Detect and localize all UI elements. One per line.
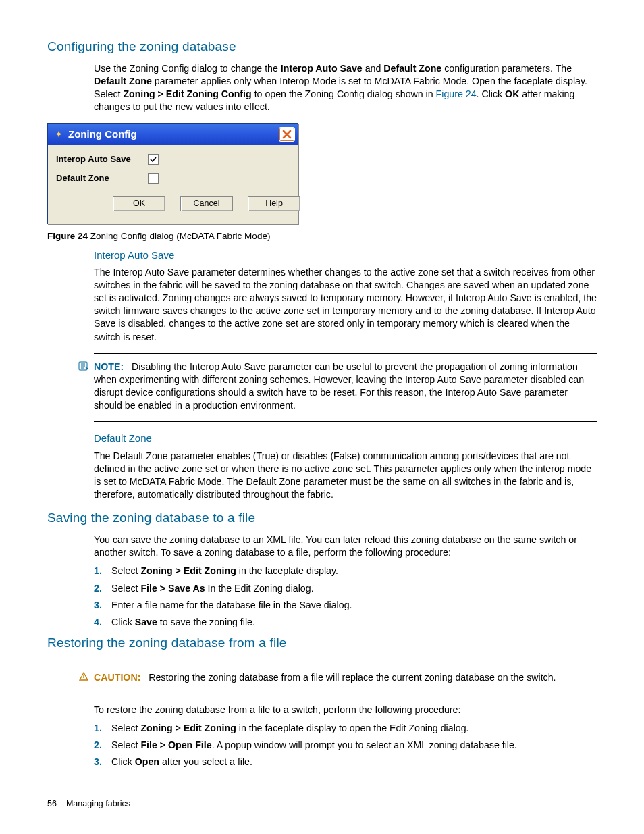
text: Enter a file name for the database file … (111, 600, 352, 610)
svg-point-2 (83, 678, 84, 679)
note-body: Disabling the Interop Auto Save paramete… (94, 361, 584, 411)
text-bold: File > Save As (140, 583, 205, 594)
close-icon (282, 130, 292, 139)
list-item: 3.Enter a file name for the database fil… (94, 599, 597, 612)
text: . Click (477, 88, 506, 99)
text: Select (111, 583, 140, 594)
heading-default-zone: Default Zone (94, 432, 597, 445)
text: in the faceplate display. (236, 565, 338, 576)
list-item: 1.Select Zoning > Edit Zoning in the fac… (94, 565, 597, 577)
caution-icon (78, 671, 90, 685)
text-bold: OK (505, 88, 519, 99)
text: in the faceplate display to open the Edi… (236, 723, 469, 733)
note-admonition: NOTE: Disabling the Interop Auto Save pa… (94, 353, 597, 423)
ok-button[interactable]: OK (113, 196, 165, 211)
text: and (363, 63, 384, 74)
text: after you select a file. (159, 756, 252, 767)
chapter-title: Managing fabrics (66, 799, 130, 808)
text-bold: File > Open File (140, 739, 211, 750)
text: configuration parameters. The (441, 63, 572, 74)
list-item: 2.Select File > Open File. A popup windo… (94, 739, 597, 752)
text: to open the Zoning Config dialog shown i… (252, 88, 436, 99)
page-footer: 56Managing fabrics (47, 798, 130, 810)
checkbox-default-zone[interactable] (148, 173, 159, 184)
dialog-button-row: OK Cancel Help (56, 190, 290, 219)
section-interop-auto-save: Interop Auto Save The Interop Auto Save … (94, 249, 597, 344)
row-interop-auto-save: Interop Auto Save (56, 153, 290, 165)
list-item: 3.Click Open after you select a file. (94, 756, 597, 768)
text-bold: Default Zone (94, 76, 152, 86)
heading-saving: Saving the zoning database to a file (47, 509, 597, 527)
default-zone-body: The Default Zone parameter enables (True… (94, 450, 597, 502)
text-bold: Save (135, 617, 157, 627)
cancel-button[interactable]: Cancel (180, 196, 233, 211)
text-bold: Open (135, 756, 159, 767)
list-item: 2.Select File > Save As In the Edit Zoni… (94, 582, 597, 595)
heading-restoring: Restoring the zoning database from a fil… (47, 634, 597, 652)
note-label: NOTE: (94, 361, 124, 372)
page: Configuring the zoning database Use the … (0, 0, 644, 834)
text: Use the Zoning Config dialog to change t… (94, 63, 281, 74)
caution-label: CAUTION: (94, 672, 140, 683)
checkmark-icon (150, 156, 157, 163)
label-default-zone: Default Zone (56, 172, 137, 184)
page-number: 56 (47, 799, 57, 808)
row-default-zone: Default Zone (56, 172, 290, 184)
heading-configuring: Configuring the zoning database (47, 38, 597, 55)
figure-caption-text: Zoning Config dialog (McDATA Fabric Mode… (88, 231, 270, 241)
dialog-title: Zoning Config (68, 128, 137, 141)
zoning-config-dialog: ✦ Zoning Config Interop Auto Save Defaul… (47, 123, 298, 224)
section-default-zone: Default Zone The Default Zone parameter … (94, 432, 597, 501)
list-item: 1.Select Zoning > Edit Zoning in the fac… (94, 722, 597, 735)
text-bold: Zoning > Edit Zoning (140, 723, 236, 733)
heading-interop-auto-save: Interop Auto Save (94, 249, 597, 262)
text: Select (111, 565, 140, 576)
close-button[interactable] (279, 127, 295, 142)
text: Click (111, 756, 135, 767)
text-bold: Zoning > Edit Zoning Config (123, 88, 251, 99)
note-container: NOTE: Disabling the Interop Auto Save pa… (94, 353, 597, 423)
text-bold: Interop Auto Save (281, 63, 363, 74)
saving-steps: 1.Select Zoning > Edit Zoning in the fac… (94, 565, 597, 629)
list-item: 4.Click Save to save the zoning file. (94, 616, 597, 629)
figure-label: Figure 24 (47, 231, 88, 241)
checkbox-interop-auto-save[interactable] (148, 154, 159, 165)
interop-body: The Interop Auto Save parameter determin… (94, 266, 597, 344)
section-restoring: To restore the zoning database from a fi… (94, 704, 597, 769)
app-icon: ✦ (53, 129, 64, 140)
text: Click (111, 617, 135, 627)
saving-intro: You can save the zoning database to an X… (94, 533, 597, 559)
caution-admonition: CAUTION: Restoring the zoning database f… (94, 664, 597, 694)
caution-container: CAUTION: Restoring the zoning database f… (94, 664, 597, 694)
text: . A popup window will prompt you to sele… (212, 739, 517, 750)
dialog-titlebar: ✦ Zoning Config (48, 124, 298, 145)
restoring-steps: 1.Select Zoning > Edit Zoning in the fac… (94, 722, 597, 769)
text: Select (111, 739, 140, 750)
figure-24: ✦ Zoning Config Interop Auto Save Defaul… (47, 123, 597, 242)
note-icon (78, 361, 90, 375)
text-bold: Default Zone (383, 63, 441, 74)
section-saving: You can save the zoning database to an X… (94, 533, 597, 629)
restoring-intro: To restore the zoning database from a fi… (94, 704, 597, 716)
help-button[interactable]: Help (248, 196, 300, 211)
text: Select (111, 723, 140, 733)
figure-caption: Figure 24 Zoning Config dialog (McDATA F… (47, 230, 597, 242)
figure-link[interactable]: Figure 24 (436, 88, 477, 99)
label-interop-auto-save: Interop Auto Save (56, 153, 137, 165)
text: to save the zoning file. (157, 617, 255, 627)
text: In the Edit Zoning dialog. (205, 583, 314, 594)
dialog-body: Interop Auto Save Default Zone OK Cancel… (48, 145, 298, 224)
text-bold: Zoning > Edit Zoning (140, 565, 236, 576)
caution-body: Restoring the zoning database from a fil… (149, 672, 556, 683)
intro-paragraph: Use the Zoning Config dialog to change t… (94, 62, 597, 114)
